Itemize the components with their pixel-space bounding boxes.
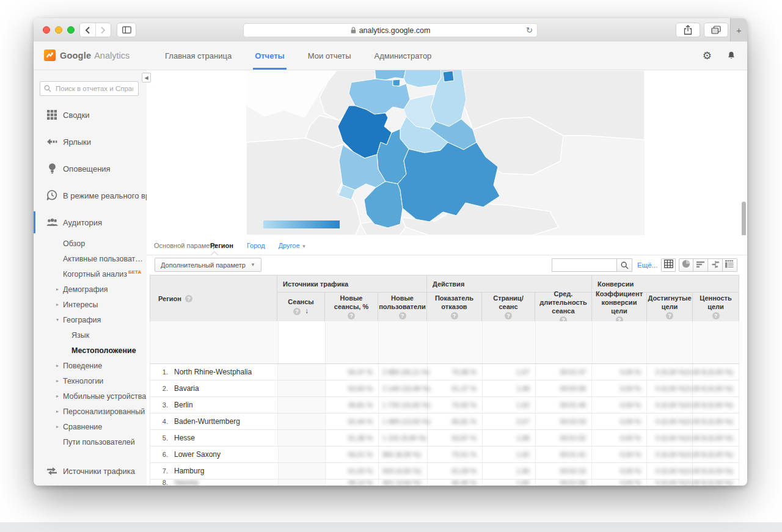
sidebar-subitem-поведение[interactable]: ▸Поведение xyxy=(34,358,147,373)
region-name[interactable]: Berlin xyxy=(174,401,193,409)
sidebar-toggle-button[interactable] xyxy=(117,23,136,37)
column-header-5[interactable]: Страниц/сеанс? xyxy=(482,293,535,321)
forward-button[interactable] xyxy=(96,23,111,37)
tabs-icon xyxy=(711,26,721,34)
sidebar-item-оповещения[interactable]: Оповещения xyxy=(34,155,147,182)
region-name[interactable]: Hamburg xyxy=(174,467,204,475)
performance-view-button[interactable] xyxy=(693,258,708,272)
comparison-view-icon xyxy=(711,260,720,271)
primary-dimension-option-регион[interactable]: Регион xyxy=(210,242,233,249)
column-header-8[interactable]: Достигнутые цели? xyxy=(647,293,693,321)
ga-nav-tab-администратор[interactable]: Администратор xyxy=(363,42,444,70)
blurred-value: 1,98 xyxy=(516,434,529,442)
blurred-value: 0 (0,00 %) xyxy=(656,467,687,475)
chevron-down-icon: ▼ xyxy=(250,262,255,268)
ga-nav-tab-главная-страница[interactable]: Главная страница xyxy=(153,42,243,70)
sidebar-submenu: ОбзорАктивные пользоват…Когортный анализ… xyxy=(34,236,147,450)
region-cell: 4.Baden-Wurttemberg xyxy=(150,414,278,429)
state-mecklenburg-vorpommern[interactable] xyxy=(404,70,441,87)
sidebar-item-ярлыки[interactable]: Ярлыки xyxy=(34,128,147,155)
sidebar-subitem-география[interactable]: ▾География xyxy=(34,312,147,327)
sidebar-search-box[interactable] xyxy=(40,81,139,96)
primary-dimension-option-другое[interactable]: Другое▼ xyxy=(279,242,307,249)
sidebar-subitem-активные-пользоват-[interactable]: Активные пользоват… xyxy=(34,251,147,266)
reload-icon[interactable]: ↻ xyxy=(526,26,533,35)
sidebar-subitem-когортный-анализ[interactable]: Когортный анализБЕТА xyxy=(34,266,147,282)
sidebar-search-input[interactable] xyxy=(54,84,134,93)
new-tab-button[interactable]: + xyxy=(730,18,747,42)
vertical-scrollbar-thumb[interactable] xyxy=(742,202,746,235)
region-column-header[interactable]: Регион? xyxy=(150,275,277,321)
address-bar[interactable]: analytics.google.com ↻ xyxy=(243,23,538,37)
column-header-7[interactable]: Коэффициент конверсии цели? xyxy=(592,293,647,321)
metric-cell: 0 (0,00 %) xyxy=(647,364,693,380)
column-header-2[interactable]: Новые сеансы, %? xyxy=(325,293,378,321)
sort-desc-icon[interactable]: ↓ xyxy=(305,307,309,316)
sidebar-subitem-персонализированный[interactable]: ▸Персонализированный xyxy=(34,404,147,419)
table-view-button[interactable] xyxy=(661,258,676,272)
help-icon[interactable]: ? xyxy=(399,312,406,319)
metric-cell: 0 (0,00 %) xyxy=(647,397,693,413)
sidebar-subitem-пути-пользователей[interactable]: Пути пользователей xyxy=(34,434,147,450)
help-icon[interactable]: ? xyxy=(505,312,512,319)
sidebar-subitem-демография[interactable]: ▸Демография xyxy=(34,282,147,297)
help-icon[interactable]: ? xyxy=(712,312,720,319)
notifications-bell-icon[interactable] xyxy=(726,51,736,61)
ga-nav-tab-отчеты[interactable]: Отчеты xyxy=(243,42,296,70)
metric-group-источники-трафика: Источники трафика xyxy=(277,275,427,292)
blurred-value: 00:01:37 xyxy=(560,368,586,376)
state-hamburg[interactable] xyxy=(393,79,400,86)
germany-geo-map[interactable] xyxy=(246,70,645,235)
sidebar-collapse-button[interactable]: ◀ xyxy=(142,73,151,82)
column-header-1[interactable]: Сеансы?↓ xyxy=(277,293,325,321)
column-header-3[interactable]: Новые пользователи? xyxy=(378,293,427,321)
sidebar-subitem-сравнение[interactable]: ▸Сравнение xyxy=(34,419,147,434)
sidebar-item-сводки[interactable]: Сводки xyxy=(34,101,147,128)
help-icon[interactable]: ? xyxy=(348,312,355,319)
show-tabs-button[interactable] xyxy=(704,23,728,37)
region-cell: 2.Bavaria xyxy=(150,381,278,396)
region-name[interactable]: Bavaria xyxy=(174,384,199,393)
sidebar-subitem-технологии[interactable]: ▸Технологии xyxy=(34,373,147,388)
minimize-window-button[interactable] xyxy=(55,26,62,34)
column-header-6[interactable]: Сред. длительность сеанса? xyxy=(535,293,592,321)
more-link[interactable]: Ещё... xyxy=(637,261,657,269)
sidebar-subitem-мобильные-устройства[interactable]: ▸Мобильные устройства xyxy=(34,388,147,404)
help-icon[interactable]: ? xyxy=(451,312,458,319)
state-schleswig-holstein[interactable] xyxy=(375,70,406,80)
sidebar-subitem-обзор[interactable]: Обзор xyxy=(34,236,147,251)
primary-dimension-option-город[interactable]: Город xyxy=(247,242,265,249)
sidebar-item-аудитория[interactable]: Аудитория xyxy=(34,209,147,236)
sidebar-item-в-режиме-реального-времени[interactable]: В режиме реального времени xyxy=(34,182,147,209)
sidebar-subitem-язык[interactable]: Язык xyxy=(34,327,147,343)
help-icon[interactable]: ? xyxy=(293,308,301,315)
sidebar-subitem-местоположение[interactable]: Местоположение xyxy=(34,343,147,358)
region-name[interactable]: Lower Saxony xyxy=(174,450,221,459)
ga-logo[interactable]: Google Analytics xyxy=(44,49,130,61)
sidebar-subitem-интересы[interactable]: ▸Интересы xyxy=(34,297,147,312)
blurred-value: 0,00 $ (0,00 %) xyxy=(687,451,733,458)
column-header-9[interactable]: Ценность цели? xyxy=(693,293,739,321)
metric-cell: 0,00 % xyxy=(592,364,647,380)
close-window-button[interactable] xyxy=(43,26,50,34)
secondary-dimension-button[interactable]: Дополнительный параметр ▼ xyxy=(155,258,261,272)
sessions-cell xyxy=(278,430,326,446)
sidebar-item-источники-трафика[interactable]: Источники трафика xyxy=(34,457,147,484)
ga-nav-tab-мои-отчеты[interactable]: Мои отчеты xyxy=(296,42,363,70)
state-berlin[interactable] xyxy=(443,71,454,82)
table-search-button[interactable] xyxy=(616,258,632,272)
percentage-view-button[interactable] xyxy=(679,258,693,272)
settings-gear-icon[interactable]: ⚙ xyxy=(703,49,712,62)
column-header-4[interactable]: Показатель отказов? xyxy=(427,293,482,321)
help-icon[interactable]: ? xyxy=(666,312,673,319)
help-icon[interactable]: ? xyxy=(185,295,192,302)
region-name[interactable]: Baden-Wurttemberg xyxy=(174,417,240,426)
share-button[interactable] xyxy=(676,23,700,37)
back-button[interactable] xyxy=(80,23,96,37)
region-name[interactable]: Hesse xyxy=(174,434,195,442)
pivot-view-button[interactable] xyxy=(723,258,737,272)
region-name[interactable]: North Rhine-Westphalia xyxy=(174,368,252,376)
zoom-window-button[interactable] xyxy=(67,26,75,34)
comparison-view-button[interactable] xyxy=(708,258,723,272)
table-search-input[interactable] xyxy=(552,258,616,272)
